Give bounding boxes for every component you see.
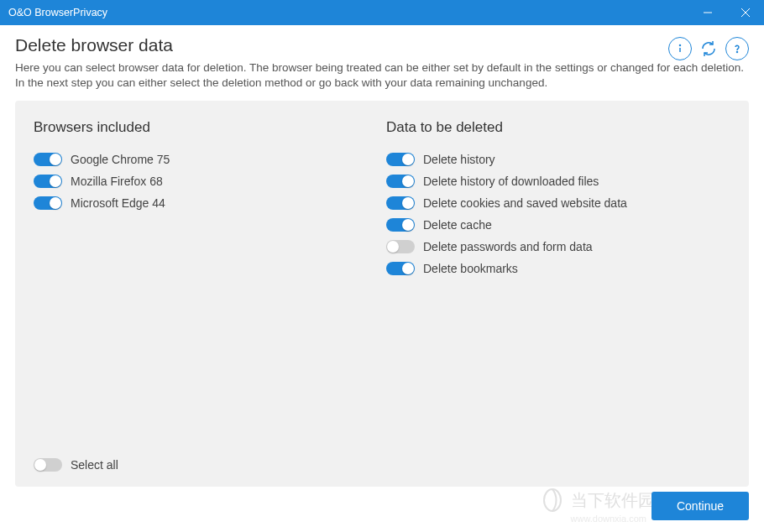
data-item-row: Delete history: [386, 153, 730, 166]
select-all-label: Select all: [71, 458, 118, 472]
data-item-row: Delete cookies and saved website data: [386, 196, 730, 210]
continue-button[interactable]: Continue: [651, 492, 749, 520]
browser-item-row: Google Chrome 75: [34, 153, 378, 166]
svg-point-5: [737, 52, 738, 53]
browser-item-toggle[interactable]: [34, 153, 62, 166]
data-item-toggle[interactable]: [386, 262, 415, 275]
data-item-label: Delete cache: [423, 218, 492, 232]
select-all-row: Select all: [34, 458, 118, 472]
page-description: Here you can select browser data for del…: [15, 60, 746, 91]
help-icon[interactable]: [725, 37, 749, 60]
browser-item-row: Microsoft Edge 44: [34, 196, 378, 210]
refresh-icon[interactable]: [697, 37, 720, 60]
data-item-label: Delete bookmarks: [423, 262, 518, 275]
browser-item-toggle[interactable]: [34, 175, 62, 188]
minimize-button[interactable]: [688, 0, 726, 25]
data-item-row: Delete bookmarks: [386, 262, 730, 275]
browser-item-toggle[interactable]: [34, 196, 62, 210]
data-item-toggle[interactable]: [386, 196, 415, 210]
data-item-toggle[interactable]: [386, 218, 415, 232]
footer: Continue: [651, 492, 749, 520]
page-title: Delete browser data: [15, 35, 173, 55]
titlebar: O&O BrowserPrivacy: [0, 0, 764, 25]
data-item-row: Delete cache: [386, 218, 730, 232]
data-item-label: Delete cookies and saved website data: [423, 196, 627, 210]
data-item-label: Delete history: [423, 153, 495, 166]
watermark-sub: www.downxia.com: [571, 514, 646, 524]
data-item-row: Delete passwords and form data: [386, 240, 730, 253]
main-panel: Browsers included Google Chrome 75Mozill…: [15, 101, 749, 487]
data-item-toggle[interactable]: [386, 240, 415, 253]
browser-item-label: Microsoft Edge 44: [71, 196, 165, 210]
svg-point-3: [680, 45, 681, 46]
select-all-toggle[interactable]: [34, 458, 62, 472]
data-title: Data to be deleted: [386, 119, 730, 136]
browser-item-label: Mozilla Firefox 68: [71, 175, 163, 188]
close-button[interactable]: [726, 0, 764, 25]
content: Delete browser data Here you can select …: [0, 25, 764, 487]
browsers-title: Browsers included: [34, 119, 378, 136]
watermark: 当下软件园: [539, 487, 655, 514]
svg-point-6: [544, 489, 561, 511]
data-item-toggle[interactable]: [386, 175, 415, 188]
data-item-label: Delete history of downloaded files: [423, 175, 599, 188]
data-item-row: Delete history of downloaded files: [386, 175, 730, 188]
browser-item-row: Mozilla Firefox 68: [34, 175, 378, 188]
app-title: O&O BrowserPrivacy: [8, 7, 107, 18]
info-icon[interactable]: [668, 37, 692, 60]
data-column: Data to be deleted Delete historyDelete …: [378, 119, 730, 472]
browser-item-label: Google Chrome 75: [71, 153, 170, 166]
header-icons: [668, 37, 749, 60]
window-controls: [688, 0, 764, 25]
data-item-label: Delete passwords and form data: [423, 240, 593, 253]
data-item-toggle[interactable]: [386, 153, 415, 166]
browsers-column: Browsers included Google Chrome 75Mozill…: [34, 119, 378, 472]
